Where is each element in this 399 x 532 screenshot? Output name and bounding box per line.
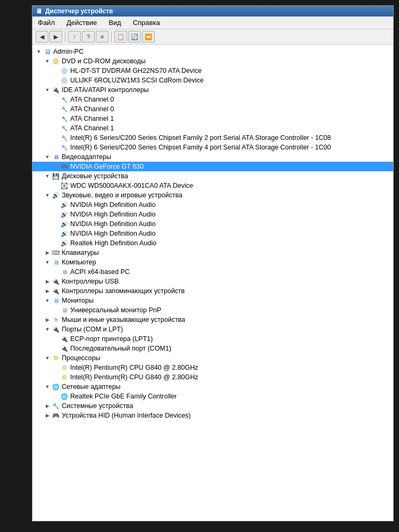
keyboard-expander[interactable]: ▶ bbox=[43, 248, 52, 257]
cpu-icon-2: ⚙ bbox=[60, 373, 69, 381]
usb-expander[interactable]: ▶ bbox=[43, 277, 52, 286]
dvd-expander[interactable]: ▼ bbox=[43, 57, 52, 65]
tree-com1[interactable]: 🔌 Последовательный порт (COM1) bbox=[32, 344, 393, 353]
window-title: Диспетчер устройств bbox=[45, 7, 113, 15]
tree-ata-ch1-2[interactable]: 🔧 ATA Channel 1 bbox=[32, 123, 393, 133]
lpt1-label: ECP-порт принтера (LPT1) bbox=[70, 335, 153, 343]
computer-expander[interactable]: ▼ bbox=[43, 258, 52, 267]
nvidia-hda-icon-1: 🔊 bbox=[60, 201, 69, 209]
acpi-icon: 🖥 bbox=[60, 268, 69, 276]
intel-4port-icon: 🔧 bbox=[60, 143, 69, 152]
dvd-group-label: DVD и CD-ROM дисководы bbox=[62, 57, 146, 65]
tree-sys-group[interactable]: ▶ 🔧 Системные устройства bbox=[32, 401, 393, 411]
disk-expander[interactable]: ▼ bbox=[43, 172, 52, 180]
tree-ata-ch0-1[interactable]: 🔧 ATA Channel 0 bbox=[32, 95, 393, 104]
menu-action[interactable]: Действие bbox=[63, 18, 100, 28]
usb-group-label: Контроллеры USB bbox=[62, 278, 119, 285]
menu-help[interactable]: Справка bbox=[130, 18, 163, 28]
tree-nvidia-hda-2[interactable]: 🔊 NVIDIA High Definition Audio bbox=[32, 210, 393, 219]
wdc-expander bbox=[52, 181, 60, 190]
up-button[interactable]: ↑ bbox=[68, 31, 81, 43]
disc-icon-2: 💿 bbox=[60, 76, 69, 85]
tree-usb-group[interactable]: ▶ 🔌 Контроллеры USB bbox=[32, 277, 393, 286]
title-bar: 🖥 Диспетчер устройств bbox=[32, 6, 393, 16]
mouse-expander[interactable]: ▶ bbox=[43, 315, 52, 324]
tree-monitor-group[interactable]: ▼ 🖥 Мониторы bbox=[32, 296, 393, 305]
tree-root[interactable]: ▼ 🖥 Admin-PC bbox=[32, 47, 393, 56]
intel-2port-label: Intel(R) 6 Series/C200 Series Chipset Fa… bbox=[70, 134, 331, 142]
details-button[interactable]: ≡ bbox=[96, 31, 109, 43]
tree-intel-2port[interactable]: 🔧 Intel(R) 6 Series/C200 Series Chipset … bbox=[32, 133, 393, 143]
ata-ch1-2-label: ATA Channel 1 bbox=[70, 124, 114, 132]
tree-audio-group[interactable]: ▼ 🔊 Звуковые, видео и игровые устройства bbox=[32, 190, 393, 200]
tree-net-group[interactable]: ▼ 🌐 Сетевые адаптеры bbox=[32, 382, 393, 392]
net-expander[interactable]: ▼ bbox=[43, 383, 52, 391]
root-expander[interactable]: ▼ bbox=[35, 47, 43, 56]
nvidia-gt630-expander bbox=[52, 162, 60, 171]
device-tree[interactable]: ▼ 🖥 Admin-PC ▼ 📀 DVD и CD-ROM дисководы … bbox=[32, 45, 393, 521]
disk-group-icon: 💾 bbox=[52, 172, 60, 180]
com1-icon: 🔌 bbox=[60, 344, 69, 353]
tree-ide-group[interactable]: ▼ 🔌 IDE ATA/ATAPI контроллеры bbox=[32, 85, 393, 95]
cpu-1-label: Intel(R) Pentium(R) CPU G840 @ 2.80GHz bbox=[70, 364, 198, 371]
tree-video-group[interactable]: ▼ 🖥 Видеоадаптеры bbox=[32, 152, 393, 162]
menu-bar: Файл Действие Вид Справка bbox=[32, 16, 393, 29]
tree-cpu-group[interactable]: ▼ ⚙ Процессоры bbox=[32, 353, 393, 363]
monitor-expander[interactable]: ▼ bbox=[43, 296, 52, 305]
rollback-button[interactable]: ⏪ bbox=[142, 31, 155, 43]
tree-computer-group[interactable]: ▼ 🖥 Компьютер bbox=[32, 257, 393, 267]
tree-ports-group[interactable]: ▼ 🔌 Порты (COM и LPT) bbox=[32, 325, 393, 334]
nvidia-hda-icon-3: 🔊 bbox=[60, 220, 69, 228]
ata-icon-3: 🔧 bbox=[60, 114, 69, 123]
tree-ata-ch1-1[interactable]: 🔧 ATA Channel 1 bbox=[32, 114, 393, 123]
tree-storage-ctrl-group[interactable]: ▶ 🔌 Контроллеры запоминающих устройств bbox=[32, 286, 393, 296]
sys-expander[interactable]: ▶ bbox=[43, 402, 52, 410]
audio-expander[interactable]: ▼ bbox=[43, 191, 52, 200]
tree-dvd-group[interactable]: ▼ 📀 DVD и CD-ROM дисководы bbox=[32, 56, 393, 66]
wdc-icon: 💽 bbox=[60, 181, 69, 190]
realtek-hda-icon: 🔊 bbox=[60, 239, 69, 247]
tree-hldt[interactable]: 💿 HL-DT-ST DVDRAM GH22NS70 ATA Device bbox=[32, 66, 393, 76]
tree-realtek-hda[interactable]: 🔊 Realtek High Definition Audio bbox=[32, 238, 393, 248]
ulijkf-label: ULIJKF 6ROLUZW1M3 SCSI CdRom Device bbox=[70, 77, 204, 84]
ports-group-label: Порты (COM и LPT) bbox=[62, 326, 123, 333]
help-button[interactable]: ? bbox=[82, 31, 95, 43]
tree-keyboard-group[interactable]: ▶ ⌨ Клавиатуры bbox=[32, 248, 393, 257]
update-button[interactable]: 🔄 bbox=[128, 31, 141, 43]
tree-wdc[interactable]: 💽 WDC WD5000AAKX-001CA0 ATA Device bbox=[32, 181, 393, 190]
tree-mouse-group[interactable]: ▶ 🖱 Мыши и иные указывающие устройства bbox=[32, 315, 393, 325]
tree-lpt1[interactable]: 🔌 ECP-порт принтера (LPT1) bbox=[32, 334, 393, 344]
menu-file[interactable]: Файл bbox=[35, 18, 58, 28]
hid-expander[interactable]: ▶ bbox=[43, 411, 52, 420]
tree-nvidia-hda-1[interactable]: 🔊 NVIDIA High Definition Audio bbox=[32, 200, 393, 210]
cpu-expander[interactable]: ▼ bbox=[43, 354, 52, 362]
tree-ata-ch0-2[interactable]: 🔧 ATA Channel 0 bbox=[32, 104, 393, 114]
storage-ctrl-expander[interactable]: ▶ bbox=[43, 287, 52, 295]
tree-intel-4port[interactable]: 🔧 Intel(R) 6 Series/C200 Series Chipset … bbox=[32, 143, 393, 152]
audio-group-icon: 🔊 bbox=[52, 191, 60, 200]
video-group-label: Видеоадаптеры bbox=[62, 153, 111, 161]
forward-button[interactable]: ▶ bbox=[49, 31, 62, 43]
audio-group-label: Звуковые, видео и игровые устройства bbox=[62, 192, 182, 199]
menu-view[interactable]: Вид bbox=[105, 18, 124, 28]
properties-button[interactable]: 📋 bbox=[114, 31, 127, 43]
back-button[interactable]: ◀ bbox=[36, 31, 48, 43]
tree-ulijkf[interactable]: 💿 ULIJKF 6ROLUZW1M3 SCSI CdRom Device bbox=[32, 76, 393, 85]
nvidia-hda-4-label: NVIDIA High Definition Audio bbox=[70, 230, 156, 237]
tree-hid-group[interactable]: ▶ 🎮 Устройства HID (Human Interface Devi… bbox=[32, 411, 393, 420]
ide-expander[interactable]: ▼ bbox=[43, 86, 52, 94]
tree-cpu-1[interactable]: ⚙ Intel(R) Pentium(R) CPU G840 @ 2.80GHz bbox=[32, 363, 393, 372]
tree-disk-group[interactable]: ▼ 💾 Дисковые устройства bbox=[32, 171, 393, 181]
tree-acpi[interactable]: 🖥 ACPI x64-based PC bbox=[32, 267, 393, 277]
realtek-net-icon: 🌐 bbox=[60, 392, 69, 401]
tree-nvidia-hda-4[interactable]: 🔊 NVIDIA High Definition Audio bbox=[32, 229, 393, 238]
tree-nvidia-gt630[interactable]: 🎮 NVIDIA GeForce GT 630 bbox=[32, 162, 393, 171]
tree-nvidia-hda-3[interactable]: 🔊 NVIDIA High Definition Audio bbox=[32, 219, 393, 229]
storage-ctrl-icon: 🔌 bbox=[52, 287, 60, 295]
video-expander[interactable]: ▼ bbox=[43, 153, 52, 161]
tree-pnp-monitor[interactable]: 🖥 Универсальный монитор PnP bbox=[32, 305, 393, 315]
ports-expander[interactable]: ▼ bbox=[43, 325, 52, 334]
net-group-icon: 🌐 bbox=[52, 383, 60, 391]
tree-cpu-2[interactable]: ⚙ Intel(R) Pentium(R) CPU G840 @ 2.80GHz bbox=[32, 372, 393, 382]
tree-realtek-net[interactable]: 🌐 Realtek PCIe GbE Family Controller bbox=[32, 392, 393, 401]
